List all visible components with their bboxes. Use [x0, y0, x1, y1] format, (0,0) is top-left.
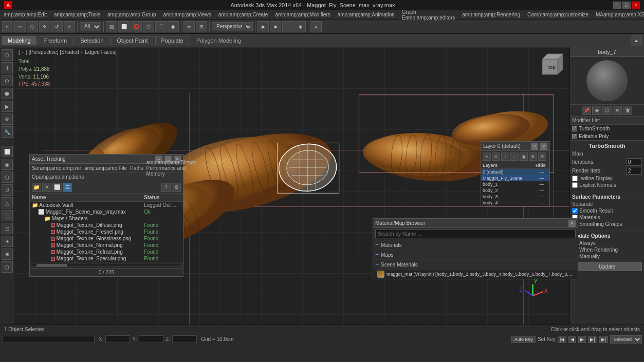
layer-manager-button[interactable]: ≡: [310, 21, 322, 32]
update-button[interactable]: Update: [572, 262, 642, 271]
sidebar-create-icon[interactable]: ✛: [2, 62, 13, 73]
menu-rendering[interactable]: amp;amp;amp;Rendering: [461, 12, 522, 17]
asset-file-row[interactable]: 🖼 Maggot_Texture_Refract.pngFound: [30, 249, 183, 255]
layers-freeze-button[interactable]: ❄: [529, 153, 537, 161]
sidebar-icon-9[interactable]: ◉: [2, 159, 13, 170]
render-iters-input[interactable]: [627, 167, 642, 175]
sidebar-icon-14[interactable]: ⊡: [2, 223, 13, 234]
time-control-select[interactable]: Selected: [610, 335, 642, 344]
asset-menu-bitmap[interactable]: amp;amp;amp;Bitmap Performance and Memor…: [146, 160, 197, 177]
asset-file-row[interactable]: 🖼 Maggot_Texture_Fresnel.pngFound: [30, 228, 183, 235]
go-start-button[interactable]: |◀: [558, 336, 566, 343]
redo-button[interactable]: ↪: [14, 21, 26, 32]
editable-poly-checkbox[interactable]: ✓: [572, 134, 577, 139]
circle-select-button[interactable]: ⭕: [131, 21, 142, 32]
stop-button[interactable]: ■: [270, 21, 281, 32]
asset-list-button[interactable]: ☰: [63, 183, 72, 192]
play-button[interactable]: ▶: [257, 21, 269, 32]
auto-key-button[interactable]: Auto Key: [511, 336, 536, 343]
layers-select-button[interactable]: ◉: [520, 153, 528, 161]
sidebar-icon-16[interactable]: ✺: [2, 249, 13, 260]
layers-hide-button[interactable]: 👁: [538, 153, 546, 161]
go-end-button[interactable]: ▶|: [599, 336, 608, 343]
layers-move-down-button[interactable]: ↓: [510, 153, 519, 161]
pin-button[interactable]: 📌: [582, 106, 591, 115]
align-button[interactable]: ⊞: [196, 21, 207, 32]
select-button[interactable]: ⬡: [27, 21, 38, 32]
material-close-button[interactable]: ×: [568, 220, 576, 227]
asset-scrollbar[interactable]: [31, 263, 182, 267]
asset-options[interactable]: Opamp;amp;amp;tions: [32, 174, 84, 180]
menu-tools[interactable]: amp;amp;amp;Tools: [52, 12, 102, 17]
x-input[interactable]: [105, 335, 130, 343]
asset-help-button[interactable]: ?: [161, 183, 171, 192]
y-input[interactable]: [139, 335, 163, 343]
sidebar-icon-8[interactable]: ⬜: [2, 146, 13, 157]
sidebar-icon-15[interactable]: ✦: [2, 236, 13, 247]
menu-group[interactable]: amp;amp;amp;Group: [106, 12, 158, 17]
iterations-input[interactable]: [627, 158, 642, 166]
asset-menu-server[interactable]: Seramp;amp;amp;ver: [32, 165, 81, 171]
sidebar-display-icon[interactable]: 👁: [2, 113, 13, 125]
layers-close-button[interactable]: ×: [540, 143, 547, 150]
menu-customize[interactable]: Camp;amp;amp;customize: [526, 12, 590, 17]
asset-check-button[interactable]: ⬜: [52, 183, 62, 192]
layers-minimize-button[interactable]: ?: [531, 143, 538, 150]
tab-populate[interactable]: Populate: [155, 36, 189, 45]
sidebar-motion-icon[interactable]: ▶: [2, 101, 13, 112]
asset-add-button[interactable]: 📁: [32, 183, 41, 192]
layers-delete-button[interactable]: ✕: [492, 153, 500, 161]
sidebar-icon-10[interactable]: ⬡: [2, 172, 13, 183]
sidebar-select-icon[interactable]: ⬡: [2, 49, 13, 61]
z-input[interactable]: [172, 335, 197, 343]
asset-file-row[interactable]: 🖼 Maggot_Texture_Specular.pngFound: [30, 255, 183, 262]
close-button[interactable]: ×: [632, 2, 640, 9]
scene-materials-section-row[interactable]: − Scene Materials: [373, 260, 578, 270]
sidebar-hierarchy-icon[interactable]: ⬢: [2, 88, 13, 99]
show-result-button[interactable]: ◈: [592, 106, 601, 115]
viewcube[interactable]: top: [535, 51, 565, 82]
menu-views[interactable]: amp;amp;amp;Views: [161, 12, 212, 17]
select-by-name-button[interactable]: ▤: [106, 21, 117, 32]
move-button[interactable]: ✛: [39, 21, 50, 32]
layer-row[interactable]: Maggot_Fly_Scene—: [481, 175, 549, 181]
materials-section-row[interactable]: + Materials: [373, 240, 578, 250]
tab-object-paint[interactable]: Object Paint: [112, 36, 154, 45]
sidebar-icon-13[interactable]: ⬛: [2, 210, 13, 221]
explicit-normals-checkbox[interactable]: [572, 182, 578, 188]
ribbon-close-button[interactable]: ▲: [631, 35, 642, 46]
asset-file-row[interactable]: 🖼 Maggot_Texture_Glossiness.pngFound: [30, 235, 183, 242]
sidebar-icon-17[interactable]: ⬡: [2, 261, 13, 273]
menu-animation[interactable]: amp;amp;amp;Animation: [336, 12, 396, 17]
asset-file-row[interactable]: ⬜ Maggot_Fly_Scene_max_vray.maxOk: [30, 208, 183, 215]
tab-modeling[interactable]: Modeling: [2, 36, 36, 45]
timeline-slider[interactable]: [2, 336, 95, 343]
layer-row[interactable]: body_1—: [481, 181, 549, 187]
menu-edit[interactable]: amp;amp;amp;Edit: [2, 12, 48, 17]
undo-button[interactable]: ↩: [2, 21, 13, 32]
menu-graph-editors[interactable]: Graph Eamp;amp;amp;editors: [400, 9, 456, 21]
layers-panel-titlebar[interactable]: Layer 0 (default) ? ×: [481, 142, 549, 151]
rect-select-button[interactable]: ⬜: [118, 21, 130, 32]
lasso-select-button[interactable]: ⌒: [155, 21, 167, 32]
material-search-input[interactable]: [375, 230, 576, 238]
filter-dropdown[interactable]: All: [80, 22, 101, 31]
layer-row[interactable]: body_2—: [481, 187, 549, 194]
asset-menu-paths[interactable]: Paths: [130, 165, 143, 171]
layers-add-button[interactable]: +: [483, 153, 491, 161]
asset-file-row[interactable]: 🖼 Maggot_Texture_Diffuse.pngFound: [30, 222, 183, 228]
tab-selection[interactable]: Selection: [75, 36, 109, 45]
remove-modifier-button[interactable]: 🗑: [623, 106, 632, 115]
asset-options-button[interactable]: ⚙: [172, 183, 181, 192]
fence-select-button[interactable]: ⬡: [143, 21, 154, 32]
turbosmooth-checkbox[interactable]: ✓: [572, 126, 577, 131]
layers-move-up-button[interactable]: ↑: [501, 153, 509, 161]
mirror-button[interactable]: ⇔: [183, 21, 195, 32]
maps-section-row[interactable]: + Maps: [373, 250, 578, 260]
next-frame-button[interactable]: ▶|: [588, 336, 597, 343]
sidebar-icon-12[interactable]: △: [2, 197, 13, 208]
scale-button[interactable]: ⤢: [64, 21, 75, 32]
maximize-button[interactable]: □: [622, 2, 631, 9]
make-unique-button[interactable]: ⭘: [613, 106, 622, 115]
paint-select-button[interactable]: ◉: [168, 21, 179, 32]
